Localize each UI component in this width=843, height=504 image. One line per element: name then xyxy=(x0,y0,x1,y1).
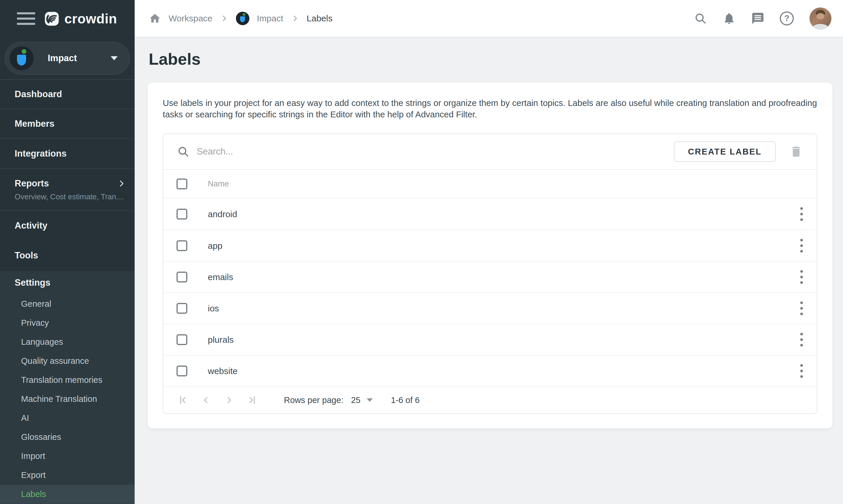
page-content: Labels Use labels in your project for an… xyxy=(134,37,843,504)
previous-page-icon[interactable] xyxy=(200,394,213,407)
table-row: app xyxy=(163,230,817,261)
row-menu-kebab-icon[interactable] xyxy=(794,299,808,318)
project-impact-icon xyxy=(10,46,34,70)
labels-card: Use labels in your project for an easy w… xyxy=(147,83,832,429)
row-checkbox[interactable] xyxy=(177,272,187,283)
sidebar-item-ai[interactable]: AI xyxy=(0,409,134,428)
search-input[interactable] xyxy=(197,146,607,157)
rows-per-page-value: 25 xyxy=(351,395,360,405)
search-box xyxy=(177,145,662,158)
select-all-checkbox[interactable] xyxy=(177,179,187,190)
sidebar-item-label: Members xyxy=(15,119,126,129)
sidebar-menu: Dashboard Members Integrations Reports O… xyxy=(0,80,134,271)
sidebar-item-general[interactable]: General xyxy=(0,294,134,313)
sidebar-item-label: Dashboard xyxy=(15,89,126,100)
chevron-down-icon xyxy=(111,56,118,60)
label-name: plurals xyxy=(208,335,234,345)
next-page-icon[interactable] xyxy=(222,394,235,407)
row-checkbox[interactable] xyxy=(177,240,187,251)
table-header-row: Name xyxy=(163,170,817,198)
last-page-icon[interactable] xyxy=(245,394,258,407)
chevron-right-icon xyxy=(220,14,228,22)
app-root: crowdin Impact Dashboard Members Integra… xyxy=(0,0,843,504)
sidebar-item-subtitle: Overview, Cost estimate, Transl… xyxy=(15,192,126,201)
main-area: Workspace Impact Labels xyxy=(134,0,843,504)
crowdin-logo-text: crowdin xyxy=(65,11,117,26)
home-icon[interactable] xyxy=(149,12,161,24)
row-menu-kebab-icon[interactable] xyxy=(794,330,808,349)
labels-table: CREATE LABEL Name android xyxy=(163,133,817,414)
label-name: android xyxy=(208,209,237,219)
breadcrumb-project-icon xyxy=(236,12,249,25)
hamburger-menu-icon[interactable] xyxy=(17,11,35,26)
sidebar-item-label: Activity xyxy=(15,220,126,231)
sidebar-item-labels[interactable]: Labels xyxy=(0,485,134,504)
project-switcher[interactable]: Impact xyxy=(5,42,130,75)
page-title: Labels xyxy=(149,50,832,69)
crowdin-logo[interactable]: crowdin xyxy=(44,11,117,26)
sidebar-item-dashboard[interactable]: Dashboard xyxy=(0,80,134,109)
sidebar-item-label: Reports xyxy=(15,178,117,189)
row-menu-kebab-icon[interactable] xyxy=(794,205,808,223)
name-column-header: Name xyxy=(208,179,229,188)
sidebar-item-label: Tools xyxy=(15,250,126,261)
sidebar-settings-section: Settings General Privacy Languages Quali… xyxy=(0,271,134,504)
chevron-right-icon xyxy=(117,179,126,188)
breadcrumb: Workspace Impact Labels xyxy=(149,12,694,25)
topbar-actions: ? xyxy=(694,7,832,30)
sidebar-item-glossaries[interactable]: Glossaries xyxy=(0,428,134,447)
sidebar-item-privacy[interactable]: Privacy xyxy=(0,313,134,332)
table-row: plurals xyxy=(163,324,817,355)
crowdin-logo-icon xyxy=(44,11,60,26)
rows-per-page-select[interactable]: 25 xyxy=(351,395,373,405)
sidebar-item-import[interactable]: Import xyxy=(0,447,134,466)
labels-description: Use labels in your project for an easy w… xyxy=(163,97,817,120)
row-checkbox[interactable] xyxy=(177,209,187,219)
row-checkbox[interactable] xyxy=(177,365,187,376)
sidebar-header: crowdin xyxy=(0,0,134,37)
table-toolbar: CREATE LABEL xyxy=(163,134,817,170)
avatar[interactable] xyxy=(809,7,832,30)
sidebar: crowdin Impact Dashboard Members Integra… xyxy=(0,0,134,504)
row-menu-kebab-icon[interactable] xyxy=(794,236,808,255)
sidebar-item-export[interactable]: Export xyxy=(0,466,134,485)
sidebar-item-integrations[interactable]: Integrations xyxy=(0,139,134,169)
sidebar-item-reports[interactable]: Reports Overview, Cost estimate, Transl… xyxy=(0,169,134,211)
breadcrumb-workspace[interactable]: Workspace xyxy=(168,14,213,23)
table-row: emails xyxy=(163,261,817,292)
sidebar-item-activity[interactable]: Activity xyxy=(0,211,134,240)
sidebar-item-quality-assurance[interactable]: Quality assurance xyxy=(0,352,134,371)
topbar: Workspace Impact Labels xyxy=(134,0,843,37)
sidebar-item-translation-memories[interactable]: Translation memories xyxy=(0,371,134,390)
sidebar-item-languages[interactable]: Languages xyxy=(0,332,134,352)
help-icon[interactable]: ? xyxy=(780,12,794,25)
row-menu-kebab-icon[interactable] xyxy=(794,268,808,287)
pagination-range: 1-6 of 6 xyxy=(391,395,419,405)
row-checkbox[interactable] xyxy=(177,303,187,314)
sidebar-item-members[interactable]: Members xyxy=(0,109,134,139)
label-name: app xyxy=(208,241,222,251)
breadcrumb-current: Labels xyxy=(307,14,333,23)
search-icon[interactable] xyxy=(694,12,707,25)
row-checkbox[interactable] xyxy=(177,334,187,345)
rows-per-page-label: Rows per page: xyxy=(284,395,343,405)
breadcrumb-project[interactable]: Impact xyxy=(257,14,283,23)
create-label-button[interactable]: CREATE LABEL xyxy=(674,141,776,162)
label-name: emails xyxy=(208,272,233,282)
project-name: Impact xyxy=(48,53,96,64)
delete-trash-icon[interactable] xyxy=(787,143,805,160)
settings-section-header: Settings xyxy=(0,271,134,294)
messages-chat-icon[interactable] xyxy=(751,12,765,25)
pagination: Rows per page: 25 1-6 of 6 xyxy=(163,386,817,413)
label-name: ios xyxy=(208,304,219,313)
table-row: ios xyxy=(163,292,817,324)
notifications-bell-icon[interactable] xyxy=(722,12,736,25)
sidebar-item-label: Integrations xyxy=(15,148,126,159)
label-name: website xyxy=(208,366,238,376)
row-menu-kebab-icon[interactable] xyxy=(794,362,808,380)
first-page-icon[interactable] xyxy=(177,394,190,407)
sidebar-item-tools[interactable]: Tools xyxy=(0,240,134,271)
search-icon xyxy=(177,145,190,158)
sidebar-item-machine-translation[interactable]: Machine Translation xyxy=(0,390,134,409)
chevron-right-icon xyxy=(291,14,299,22)
